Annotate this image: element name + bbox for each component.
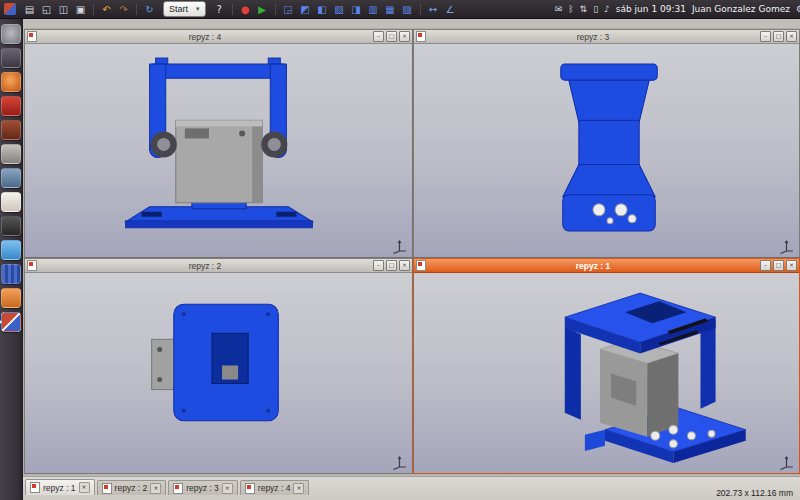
tab-repyz-4[interactable]: repyz : 4 ×	[240, 480, 310, 495]
messages-indicator-icon[interactable]: ✉	[555, 4, 563, 14]
user-menu[interactable]: Juan Gonzalez Gomez	[692, 4, 790, 14]
document-icon	[173, 483, 183, 494]
minimize-button[interactable]: –	[760, 31, 771, 42]
launcher-item-ubuntu-one[interactable]	[1, 120, 21, 140]
top-view-icon[interactable]: ▧	[332, 2, 347, 17]
clock-indicator[interactable]: sáb jun 1 09:31	[616, 4, 686, 14]
axonometric-view-icon[interactable]: ◩	[298, 2, 313, 17]
measure-angle-icon[interactable]: ∠	[443, 2, 458, 17]
tab-repyz-3[interactable]: repyz : 3 ×	[168, 480, 238, 495]
launcher-item-twitter[interactable]	[1, 240, 21, 260]
macro-play-icon[interactable]: ▶	[255, 2, 270, 17]
restore-button[interactable]: □	[773, 260, 784, 271]
axis-cross-icon[interactable]	[392, 239, 407, 254]
window-title: repyz : 4	[39, 31, 371, 43]
launcher-item-software-center[interactable]	[1, 288, 21, 308]
tab-close-icon[interactable]: ×	[150, 483, 161, 494]
workbench-selector[interactable]: Start ▾	[163, 1, 206, 17]
redo-icon[interactable]: ↷	[116, 2, 131, 17]
workbench-selector-value: Start	[169, 4, 188, 14]
undo-icon[interactable]: ↶	[99, 2, 114, 17]
close-button[interactable]: ×	[786, 260, 797, 271]
tab-label: repyz : 4	[258, 483, 291, 493]
bluetooth-indicator-icon[interactable]: ᛒ	[568, 4, 573, 14]
new-document-icon[interactable]: ▤	[22, 2, 37, 17]
axis-cross-icon[interactable]	[779, 455, 794, 470]
axis-cross-icon[interactable]	[392, 455, 407, 470]
3d-viewport-side[interactable]	[414, 44, 799, 257]
tab-close-icon[interactable]: ×	[293, 483, 304, 494]
session-gear-icon[interactable]: ⚙	[796, 4, 800, 14]
launcher-item-libreoffice[interactable]	[1, 168, 21, 188]
minimize-button[interactable]: –	[760, 260, 771, 271]
left-view-icon[interactable]: ▨	[400, 2, 415, 17]
viewport-window-repyz-2: repyz : 2 – □ ×	[24, 258, 413, 474]
document-icon	[27, 31, 37, 42]
right-view-icon[interactable]: ◨	[349, 2, 364, 17]
dimensions-readout: 202.73 x 112.16 mm	[716, 488, 793, 498]
launcher-item-freecad[interactable]	[1, 312, 21, 332]
viewport-window-repyz-1: repyz : 1 – □ ×	[413, 258, 800, 474]
tab-repyz-2[interactable]: repyz : 2 ×	[97, 480, 167, 495]
3d-viewport-front[interactable]	[25, 44, 412, 257]
window-titlebar[interactable]: repyz : 1 – □ ×	[414, 259, 799, 273]
restore-button[interactable]: □	[773, 31, 784, 42]
network-indicator-icon[interactable]: ⇅	[580, 4, 588, 14]
battery-indicator-icon[interactable]: ▯	[593, 4, 598, 14]
toolbar-separator	[93, 4, 94, 15]
tab-repyz-1[interactable]: repyz : 1 ×	[25, 479, 95, 495]
tab-label: repyz : 3	[186, 483, 219, 493]
unity-launcher	[0, 18, 23, 500]
whats-this-icon[interactable]: ?	[212, 2, 227, 17]
servo-bracket-top-view	[25, 273, 412, 473]
servo-bracket-front-view	[25, 44, 412, 257]
bottom-view-icon[interactable]: ▦	[383, 2, 398, 17]
launcher-item-dash-home[interactable]	[1, 24, 21, 44]
3d-viewport-top[interactable]	[25, 273, 412, 473]
launcher-item-system-settings[interactable]	[1, 144, 21, 164]
open-document-icon[interactable]: ◱	[39, 2, 54, 17]
print-icon[interactable]: ▣	[73, 2, 88, 17]
mdi-area: repyz : 4 – □ ×	[22, 18, 800, 476]
tab-label: repyz : 2	[115, 483, 148, 493]
launcher-item-gmail[interactable]	[1, 192, 21, 212]
active-app-arrow-icon	[0, 318, 2, 326]
launcher-item-files[interactable]	[1, 48, 21, 68]
close-button[interactable]: ×	[399, 31, 410, 42]
toolbar-separator	[420, 4, 421, 15]
viewport-tab-bar: repyz : 1 × repyz : 2 × repyz : 3 × repy…	[22, 477, 800, 495]
sound-indicator-icon[interactable]: ♪	[604, 4, 610, 14]
close-button[interactable]: ×	[786, 31, 797, 42]
document-icon	[245, 483, 255, 494]
document-icon	[416, 260, 426, 271]
launcher-item-adobe-reader[interactable]	[1, 96, 21, 116]
macro-record-icon[interactable]: ●	[238, 2, 253, 17]
window-titlebar[interactable]: repyz : 3 – □ ×	[414, 30, 799, 44]
close-button[interactable]: ×	[399, 260, 410, 271]
viewport-window-repyz-3: repyz : 3 – □ ×	[413, 29, 800, 258]
refresh-icon[interactable]: ↻	[142, 2, 157, 17]
fit-all-icon[interactable]: ◲	[281, 2, 296, 17]
rear-view-icon[interactable]: ▥	[366, 2, 381, 17]
document-icon	[102, 483, 112, 494]
launcher-item-firefox[interactable]	[1, 72, 21, 92]
toolbar-separator	[232, 4, 233, 15]
document-icon	[416, 31, 426, 42]
restore-button[interactable]: □	[386, 31, 397, 42]
launcher-item-terminal[interactable]	[1, 216, 21, 236]
restore-button[interactable]: □	[386, 260, 397, 271]
window-titlebar[interactable]: repyz : 4 – □ ×	[25, 30, 412, 44]
document-icon	[27, 260, 37, 271]
launcher-item-media-player[interactable]	[1, 264, 21, 284]
minimize-button[interactable]: –	[373, 260, 384, 271]
minimize-button[interactable]: –	[373, 31, 384, 42]
measure-distance-icon[interactable]: ↔	[426, 2, 441, 17]
window-titlebar[interactable]: repyz : 2 – □ ×	[25, 259, 412, 273]
tab-close-icon[interactable]: ×	[222, 483, 233, 494]
tab-close-icon[interactable]: ×	[79, 482, 90, 493]
window-title: repyz : 2	[39, 260, 371, 272]
front-view-icon[interactable]: ◧	[315, 2, 330, 17]
axis-cross-icon[interactable]	[779, 239, 794, 254]
save-icon[interactable]: ◫	[56, 2, 71, 17]
3d-viewport-axonometric[interactable]	[414, 273, 799, 473]
